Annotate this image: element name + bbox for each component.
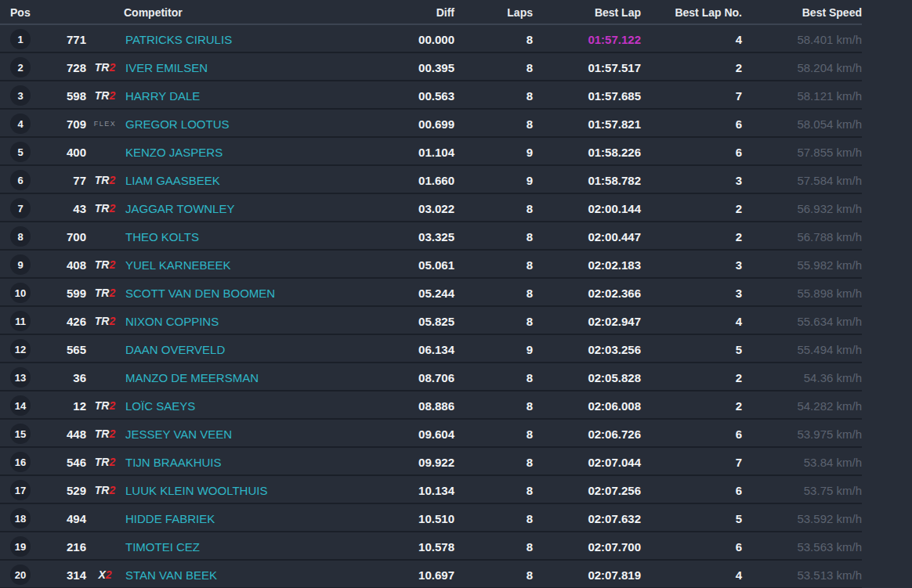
table-row[interactable]: 6 77 TR2 LIAM GAASBEEK 01.660 9 01:58.78… (0, 166, 912, 194)
race-results-table: Pos Competitor Diff Laps Best Lap Best L… (0, 0, 912, 588)
best-lap-no-value: 2 (641, 399, 742, 413)
table-row[interactable]: 11 426 TR2 NIXON COPPINS 05.825 8 02:02.… (0, 307, 912, 335)
table-row[interactable]: 9 408 TR2 YUEL KARNEBEEK 05.061 8 02:02.… (0, 251, 912, 279)
team-badge: TR2 (86, 202, 124, 215)
diff-value: 09.922 (351, 456, 454, 469)
best-lap-no-value: 2 (641, 61, 742, 74)
position-cell: 14 (10, 395, 42, 416)
table-row[interactable]: 13 36 MANZO DE MEERSMAN 08.706 8 02:05.8… (0, 363, 912, 391)
table-row[interactable]: 3 598 TR2 HARRY DALE 00.563 8 01:57.685 … (0, 81, 912, 110)
best-lap-value: 01:58.782 (533, 174, 641, 187)
best-lap-value: 01:57.517 (533, 61, 641, 74)
table-row[interactable]: 8 700 THEO KOLTS 03.325 8 02:00.447 2 56… (0, 222, 912, 251)
best-speed-value: 58.121 km/h (742, 89, 862, 103)
competitor-name[interactable]: GREGOR LOOTUS (124, 117, 351, 131)
competitor-name[interactable]: PATRICKS CIRULIS (124, 33, 351, 46)
table-row[interactable]: 18 494 HIDDE FABRIEK 10.510 8 02:07.632 … (0, 504, 912, 532)
competitor-name[interactable]: THEO KOLTS (124, 230, 351, 243)
competitor-name[interactable]: DAAN OVERVELD (124, 343, 351, 356)
position-badge: 19 (10, 536, 31, 557)
best-lap-value: 02:07.700 (533, 540, 641, 554)
position-cell: 9 (10, 254, 42, 275)
diff-value: 05.825 (351, 315, 454, 328)
competitor-name[interactable]: HIDDE FABRIEK (124, 512, 351, 525)
table-row[interactable]: 4 709 FLEX GREGOR LOOTUS 00.699 8 01:57.… (0, 110, 912, 138)
table-row[interactable]: 15 448 TR2 JESSEY VAN VEEN 09.604 8 02:0… (0, 420, 912, 448)
best-speed-value: 54.36 km/h (742, 371, 862, 384)
competitor-name[interactable]: JESSEY VAN VEEN (124, 427, 351, 441)
table-row[interactable]: 2 728 TR2 IVER EMILSEN 00.395 8 01:57.51… (0, 53, 912, 81)
table-row[interactable]: 7 43 TR2 JAGGAR TOWNLEY 03.022 8 02:00.1… (0, 194, 912, 222)
best-lap-no-value: 2 (641, 230, 742, 243)
best-lap-no-value: 6 (641, 146, 742, 159)
position-badge: 9 (10, 254, 31, 275)
diff-value: 00.699 (351, 117, 454, 131)
best-lap-no-value: 6 (641, 117, 742, 131)
table-row[interactable]: 14 12 TR2 LOÏC SAEYS 08.886 8 02:06.008 … (0, 391, 912, 420)
kart-number: 771 (42, 33, 86, 46)
position-badge: 18 (10, 508, 31, 528)
kart-number: 216 (42, 540, 86, 554)
diff-value: 10.134 (351, 484, 454, 497)
table-row[interactable]: 17 529 TR2 LUUK KLEIN WOOLTHUIS 10.134 8… (0, 476, 912, 504)
table-row[interactable]: 5 400 KENZO JASPERS 01.104 9 01:58.226 6… (0, 138, 912, 166)
competitor-name[interactable]: LUUK KLEIN WOOLTHUIS (124, 484, 351, 497)
team-badge-accent: 2 (109, 61, 115, 74)
table-row[interactable]: 20 314 X2 STAN VAN BEEK 10.697 8 02:07.8… (0, 561, 912, 588)
team-badge-main: TR (95, 315, 110, 327)
best-lap-no-value: 4 (641, 568, 742, 582)
table-row[interactable]: 12 565 DAAN OVERVELD 06.134 9 02:03.256 … (0, 335, 912, 363)
competitor-name[interactable]: SCOTT VAN DEN BOOMEN (124, 287, 351, 300)
position-cell: 13 (10, 367, 42, 388)
competitor-name[interactable]: TIMOTEI CEZ (124, 540, 351, 554)
team-badge-main: TR (95, 484, 110, 496)
best-lap-no-value: 5 (641, 343, 742, 356)
column-header-best-speed: Best Speed (742, 6, 862, 19)
table-row[interactable]: 19 216 TIMOTEI CEZ 10.578 8 02:07.700 6 … (0, 532, 912, 561)
team-badge: X2 (86, 568, 124, 581)
team-badge: TR2 (86, 258, 124, 271)
best-lap-value: 01:57.821 (533, 117, 641, 131)
best-speed-value: 54.282 km/h (742, 399, 862, 413)
position-badge: 6 (10, 170, 31, 190)
kart-number: 43 (42, 202, 86, 215)
team-badge-main: TR (95, 202, 110, 215)
best-lap-no-value: 3 (641, 287, 742, 300)
diff-value: 00.000 (351, 33, 454, 46)
best-speed-value: 58.204 km/h (742, 61, 862, 74)
competitor-name[interactable]: LOÏC SAEYS (124, 399, 351, 413)
competitor-name[interactable]: MANZO DE MEERSMAN (124, 371, 351, 384)
competitor-name[interactable]: NIXON COPPINS (124, 315, 351, 328)
kart-number: 565 (42, 343, 86, 356)
best-lap-value: 02:02.366 (533, 287, 641, 300)
team-badge-main: X (98, 568, 105, 581)
best-lap-value: 02:07.256 (533, 484, 641, 497)
kart-number: 426 (42, 315, 86, 328)
table-row[interactable]: 1 771 PATRICKS CIRULIS 00.000 8 01:57.12… (0, 25, 912, 53)
position-badge: 4 (10, 114, 31, 134)
best-lap-value: 02:02.947 (533, 315, 641, 328)
position-badge: 10 (10, 283, 31, 303)
laps-value: 8 (454, 61, 533, 74)
best-speed-value: 55.982 km/h (742, 258, 862, 272)
competitor-name[interactable]: STAN VAN BEEK (124, 568, 351, 582)
competitor-name[interactable]: TIJN BRAAKHUIS (124, 456, 351, 469)
team-badge: TR2 (86, 287, 124, 299)
table-row[interactable]: 10 599 TR2 SCOTT VAN DEN BOOMEN 05.244 8… (0, 279, 912, 307)
competitor-name[interactable]: YUEL KARNEBEEK (124, 258, 351, 272)
laps-value: 8 (454, 202, 533, 215)
position-cell: 3 (10, 85, 42, 106)
position-badge: 2 (10, 57, 31, 78)
team-badge-accent: 2 (109, 287, 115, 299)
competitor-name[interactable]: HARRY DALE (124, 89, 351, 103)
position-cell: 4 (10, 114, 42, 134)
position-badge: 1 (10, 29, 31, 49)
competitor-name[interactable]: JAGGAR TOWNLEY (124, 202, 351, 215)
table-row[interactable]: 16 546 TR2 TIJN BRAAKHUIS 09.922 8 02:07… (0, 448, 912, 476)
competitor-name[interactable]: IVER EMILSEN (124, 61, 351, 74)
diff-value: 05.244 (351, 287, 454, 300)
competitor-name[interactable]: KENZO JASPERS (124, 146, 351, 159)
team-badge: FLEX (86, 120, 124, 128)
best-lap-no-value: 6 (641, 540, 742, 554)
competitor-name[interactable]: LIAM GAASBEEK (124, 174, 351, 187)
